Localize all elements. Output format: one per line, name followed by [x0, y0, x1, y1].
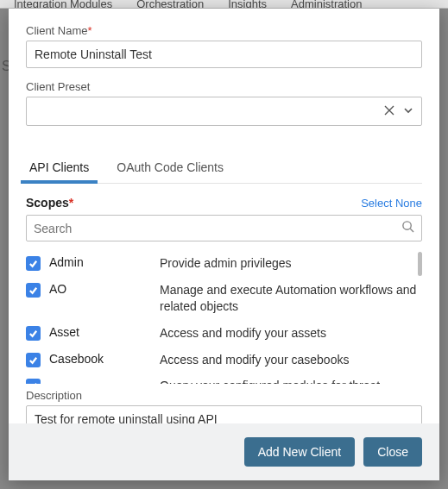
scopes-search-input[interactable]: [34, 222, 401, 235]
scrollbar-thumb[interactable]: [418, 252, 422, 276]
client-tabs: API Clients OAuth Code Clients: [26, 154, 422, 184]
nav-insights[interactable]: Insights: [228, 0, 267, 9]
scope-row: AOManage and execute Automation workflow…: [26, 277, 422, 320]
scope-row: AssetAccess and modify your assets: [26, 320, 422, 347]
client-name-label: Client Name*: [26, 24, 422, 37]
tab-oauth-code-clients[interactable]: OAuth Code Clients: [113, 154, 227, 183]
scope-row: AdminProvide admin privileges: [26, 250, 422, 277]
description-group: Description: [26, 389, 422, 423]
scope-description: Query your configured modules for threat: [160, 378, 385, 384]
scope-description: Manage and execute Automation workflows …: [160, 282, 422, 315]
modal-footer: Add New Client Close: [9, 423, 439, 480]
search-icon: [401, 220, 414, 236]
client-preset-group: Client Preset: [26, 80, 422, 126]
scope-name: Admin: [49, 255, 160, 269]
description-label: Description: [26, 389, 422, 402]
scopes-title: Scopes*: [26, 196, 73, 210]
chevron-down-icon[interactable]: [403, 104, 413, 118]
scope-checkbox[interactable]: [26, 283, 41, 298]
nav-integration[interactable]: Integration Modules: [14, 0, 112, 9]
description-input[interactable]: [26, 405, 422, 423]
nav-administration[interactable]: Administration: [291, 0, 362, 9]
scope-checkbox[interactable]: [26, 353, 41, 367]
scope-checkbox[interactable]: [26, 326, 41, 341]
client-name-group: Client Name*: [26, 24, 422, 68]
client-preset-label: Client Preset: [26, 80, 422, 93]
add-new-client-button[interactable]: Add New Client: [244, 437, 356, 467]
tab-api-clients[interactable]: API Clients: [26, 154, 92, 183]
scope-checkbox[interactable]: [26, 379, 41, 384]
scope-row: Query your configured modules for threat: [26, 373, 422, 384]
close-button[interactable]: Close: [363, 437, 422, 467]
add-client-modal: Client Name* Client Preset API Clients O…: [9, 9, 439, 480]
select-none-link[interactable]: Select None: [361, 197, 422, 210]
scopes-list: AdminProvide admin privilegesAOManage an…: [26, 250, 422, 384]
client-preset-select[interactable]: [26, 97, 422, 126]
client-name-input[interactable]: [26, 41, 422, 68]
scopes-header: Scopes* Select None: [26, 196, 422, 210]
scope-description: Access and modify your assets: [160, 325, 331, 342]
scope-name: Asset: [49, 325, 160, 339]
scope-description: Access and modify your casebooks: [160, 352, 354, 368]
scope-description: Provide admin privileges: [160, 255, 297, 272]
top-nav: Integration Modules Orchestration Insigh…: [0, 0, 448, 9]
svg-line-1: [410, 229, 413, 232]
scope-name: Casebook: [49, 352, 160, 366]
scope-name: AO: [49, 282, 160, 296]
clear-icon[interactable]: [384, 104, 394, 118]
modal-body: Client Name* Client Preset API Clients O…: [9, 9, 439, 423]
scopes-search[interactable]: [26, 215, 422, 241]
nav-orchestration[interactable]: Orchestration: [136, 0, 204, 9]
scope-checkbox[interactable]: [26, 256, 41, 271]
svg-point-0: [403, 222, 411, 229]
scope-row: CasebookAccess and modify your casebooks: [26, 347, 422, 373]
